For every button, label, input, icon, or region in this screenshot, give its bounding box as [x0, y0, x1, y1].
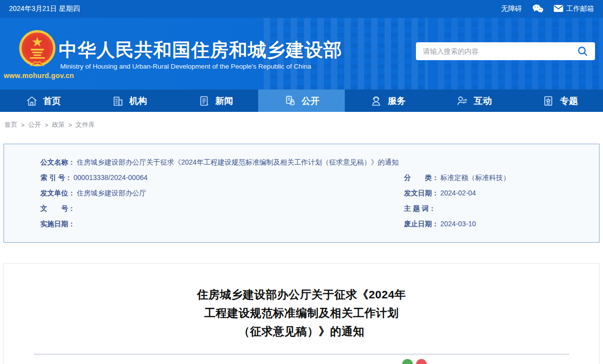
document-metadata-panel: 公文名称： 住房城乡建设部办公厅关于征求《2024年工程建设规范标准编制及相关工…	[3, 144, 600, 243]
article-title-line-3: （征求意见稿）》的通知	[4, 322, 599, 341]
main-navigation: 首页 机构 新闻	[0, 90, 603, 112]
nav-item-interaction[interactable]: 互动	[431, 90, 517, 112]
national-emblem-logo[interactable]	[18, 30, 57, 70]
disclosure-icon	[284, 94, 297, 107]
organization-icon	[111, 94, 124, 107]
breadcrumb-document-library[interactable]: 文件库	[76, 120, 95, 129]
service-icon	[370, 94, 383, 107]
nav-item-services[interactable]: 服务	[345, 90, 431, 112]
index-number-value: 000013338/2024-00064	[74, 173, 148, 182]
category-label: 分 类：	[404, 173, 439, 182]
breadcrumb-separator: >	[68, 121, 72, 129]
issue-date-value: 2024-02-04	[440, 188, 476, 197]
home-icon	[25, 94, 38, 107]
work-mailbox-link[interactable]: 工作邮箱	[554, 4, 594, 13]
issuing-unit-label: 发文单位：	[40, 188, 75, 197]
accessibility-link[interactable]: 无障碍	[501, 4, 522, 13]
nav-item-organization[interactable]: 机构	[86, 90, 172, 112]
index-number-label: 索 引 号：	[40, 173, 72, 182]
subject-words-label: 主 题 词：	[404, 204, 436, 213]
issuing-unit-value: 住房城乡建设部办公厅	[77, 188, 146, 197]
current-date: 2024年3月21日 星期四	[9, 4, 80, 13]
article-title-line-1: 住房城乡建设部办公厅关于征求《2024年	[4, 285, 599, 304]
mail-icon	[554, 5, 563, 13]
nav-item-disclosure[interactable]: 公开	[258, 90, 344, 112]
search-box	[416, 42, 595, 60]
topics-icon	[542, 94, 555, 107]
search-icon[interactable]	[576, 45, 589, 58]
breadcrumb-separator: >	[21, 121, 25, 129]
doc-name-value: 住房城乡建设部办公厅关于征求《2024年工程建设规范标准编制及相关工作计划（征求…	[77, 158, 399, 167]
category-value: 标准定额（标准科技）	[440, 173, 510, 182]
article-content-box: 住房城乡建设部办公厅关于征求《2024年 工程建设规范标准编制及相关工作计划 （…	[3, 263, 600, 364]
doc-number-label: 文 号：	[40, 204, 75, 213]
meta-row-doc-name: 公文名称： 住房城乡建设部办公厅关于征求《2024年工程建设规范标准编制及相关工…	[40, 158, 579, 167]
issue-date-label: 发文日期：	[404, 188, 439, 197]
abolition-date-value: 2024-03-10	[440, 219, 476, 228]
interaction-icon	[456, 94, 469, 107]
meta-row: 文 号： 主 题 词：	[40, 204, 579, 213]
wechat-share-icon[interactable]	[402, 359, 413, 364]
breadcrumb: 首页 > 公开 > 政策 > 文件库	[0, 112, 603, 136]
wechat-icon[interactable]	[532, 4, 544, 14]
article-title: 住房城乡建设部办公厅关于征求《2024年 工程建设规范标准编制及相关工作计划 （…	[4, 285, 599, 341]
site-header: www.mohurd.gov.cn 中华人民共和国住房和城乡建设部 Minist…	[0, 18, 603, 90]
abolition-date-label: 废止日期：	[404, 219, 439, 228]
search-input[interactable]	[422, 47, 576, 56]
site-title: 中华人民共和国住房和城乡建设部	[59, 38, 342, 63]
article-title-line-2: 工程建设规范标准编制及相关工作计划	[4, 304, 599, 322]
implementation-date-label: 实施日期：	[40, 219, 75, 228]
nav-item-topics[interactable]: 专题	[517, 90, 603, 112]
meta-row: 发文单位： 住房城乡建设部办公厅 发文日期： 2024-02-04	[40, 188, 579, 197]
nav-item-home[interactable]: 首页	[0, 90, 86, 112]
top-utility-bar: 2024年3月21日 星期四 无障碍 工作邮箱	[0, 0, 603, 18]
news-icon	[198, 94, 210, 107]
site-url: www.mohurd.gov.cn	[1, 72, 77, 80]
weibo-share-icon[interactable]	[416, 359, 427, 364]
breadcrumb-home[interactable]: 首页	[4, 120, 17, 129]
breadcrumb-policy[interactable]: 政策	[52, 120, 65, 129]
nav-item-news[interactable]: 新闻	[172, 90, 258, 112]
title-divider	[34, 354, 569, 355]
meta-row: 索 引 号： 000013338/2024-00064 分 类： 标准定额（标准…	[40, 173, 579, 182]
breadcrumb-disclosure[interactable]: 公开	[28, 120, 41, 129]
doc-name-label: 公文名称：	[40, 158, 75, 167]
site-title-english: Ministry of Housing and Urban-Rural Deve…	[60, 63, 311, 70]
meta-row: 实施日期： 废止日期： 2024-03-10	[40, 219, 579, 228]
breadcrumb-separator: >	[45, 121, 49, 129]
